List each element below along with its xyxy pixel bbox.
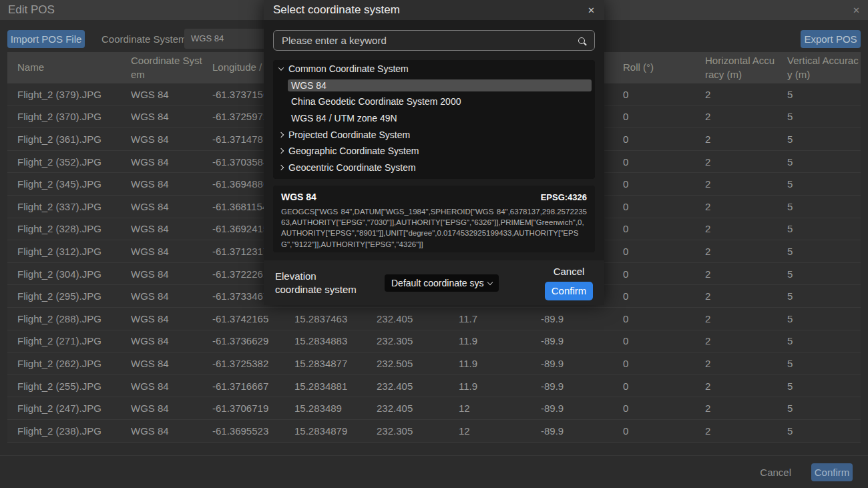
cell: WGS 84: [121, 201, 202, 212]
window-close-icon[interactable]: ✕: [853, 5, 860, 15]
cell: Flight_2 (304).JPG: [7, 268, 121, 280]
edit-pos-footer: Cancel Confirm: [0, 455, 868, 488]
table-row[interactable]: Flight_2 (288).JPGWGS 84-61.374216515.28…: [7, 308, 861, 330]
cell: Flight_2 (352).JPG: [7, 156, 121, 168]
cell: 11.9: [449, 381, 531, 392]
cell: 12: [449, 403, 531, 414]
cell: 2: [695, 223, 777, 234]
tree-group-geographic-coordinate-system[interactable]: Geographic Coordinate System: [273, 143, 595, 160]
tree-group-projected-coordinate-system[interactable]: Projected Coordinate System: [273, 126, 595, 143]
cell: 2: [695, 111, 777, 122]
coordinate-system-input[interactable]: WGS 84: [184, 29, 271, 49]
cell: 0: [613, 201, 695, 212]
cell: -89.9: [531, 403, 613, 414]
cell: 15.2834881: [284, 381, 367, 392]
cell: 5: [777, 403, 861, 414]
coordinate-detail-panel: WGS 84 EPSG:4326 GEOGCS["WGS 84",DATUM["…: [273, 186, 595, 252]
cell: WGS 84: [121, 268, 202, 280]
edit-pos-confirm-button[interactable]: Confirm: [811, 463, 853, 481]
tree-item-wgs-84-utm-zone-49n[interactable]: WGS 84 / UTM zone 49N: [273, 110, 595, 127]
chevron-down-icon: [487, 279, 493, 284]
cell: -89.9: [531, 313, 613, 324]
cell: Flight_2 (238).JPG: [7, 425, 121, 437]
cell: -89.9: [531, 425, 613, 437]
cell: 0: [613, 223, 695, 234]
cell: 0: [613, 178, 695, 190]
chevron-right-icon: [278, 165, 284, 170]
coordinate-system-tree: Common Coordinate SystemWGS 84China Geod…: [273, 60, 595, 179]
column-header: Roll (°): [613, 61, 695, 74]
cell: 15.283489: [284, 403, 367, 414]
chevron-down-icon: [278, 65, 284, 71]
cell: WGS 84: [121, 156, 202, 168]
cell: Flight_2 (271).JPG: [7, 335, 121, 346]
table-row[interactable]: Flight_2 (271).JPGWGS 84-61.373662915.28…: [7, 330, 861, 353]
dialog-close-icon[interactable]: ✕: [588, 5, 595, 15]
detail-wkt-text: GEOGCS["WGS 84",DATUM["WGS_1984",SPHEROI…: [281, 206, 587, 250]
cell: -89.9: [531, 381, 613, 392]
dialog-titlebar: Select coordinate system ✕: [264, 0, 604, 20]
table-row[interactable]: Flight_2 (255).JPGWGS 84-61.371666715.28…: [7, 375, 861, 398]
cell: 2: [695, 290, 777, 302]
tree-group-common-coordinate-system[interactable]: Common Coordinate System: [273, 61, 595, 77]
cell: 5: [777, 335, 861, 346]
cell: -61.3736629: [202, 335, 284, 346]
cell: 0: [613, 381, 695, 392]
cell: 5: [777, 134, 861, 145]
select-coordinate-system-dialog: Select coordinate system ✕ Common Coordi…: [264, 0, 604, 305]
cell: Flight_2 (295).JPG: [7, 290, 121, 302]
cell: 232.505: [367, 358, 449, 369]
dialog-confirm-button[interactable]: Confirm: [545, 282, 593, 300]
cell: WGS 84: [121, 381, 202, 392]
cell: 11.9: [449, 335, 531, 346]
cell: WGS 84: [121, 178, 202, 190]
cell: Flight_2 (255).JPG: [7, 381, 121, 392]
cell: 5: [777, 268, 861, 280]
cell: 0: [613, 425, 695, 437]
import-pos-file-button[interactable]: Import POS File: [7, 30, 85, 48]
cell: 0: [613, 156, 695, 168]
export-pos-button[interactable]: Export POS: [801, 30, 861, 48]
elevation-system-label: Elevation coordinate system: [275, 270, 363, 296]
coordinate-search-box[interactable]: [273, 30, 595, 51]
edit-pos-cancel-button[interactable]: Cancel: [760, 467, 791, 478]
table-row[interactable]: Flight_2 (238).JPGWGS 84-61.369552315.28…: [7, 420, 861, 443]
cell: -61.3695523: [202, 425, 284, 437]
dialog-cancel-button[interactable]: Cancel: [554, 266, 585, 277]
cell: 11.7: [449, 313, 531, 324]
cell: 2: [695, 156, 777, 168]
magnifier-icon[interactable]: [578, 37, 585, 44]
cell: 0: [613, 89, 695, 100]
cell: WGS 84: [121, 134, 202, 145]
cell: -89.9: [531, 358, 613, 369]
cell: 2: [695, 313, 777, 324]
tree-item-china-geodetic-coordinate-system-2000[interactable]: China Geodetic Coordinate System 2000: [273, 93, 595, 110]
tree-group-geocentric-coordinate-system[interactable]: Geocentric Coordinate System: [273, 159, 595, 176]
cell: 232.405: [367, 313, 449, 324]
tree-item-wgs-84[interactable]: WGS 84: [288, 79, 592, 91]
chevron-right-icon: [278, 148, 284, 154]
cell: 0: [613, 290, 695, 302]
table-row[interactable]: Flight_2 (262).JPGWGS 84-61.372538215.28…: [7, 352, 861, 375]
cell: 232.405: [367, 403, 449, 414]
cell: -61.3742165: [202, 313, 284, 324]
detail-coordinate-name: WGS 84: [281, 192, 316, 202]
cell: Flight_2 (328).JPG: [7, 223, 121, 234]
cell: Flight_2 (345).JPG: [7, 178, 121, 190]
cell: 5: [777, 290, 861, 302]
elevation-system-dropdown[interactable]: Default coordinate syst...: [385, 274, 499, 292]
cell: 232.305: [367, 425, 449, 437]
cell: WGS 84: [121, 313, 202, 324]
cell: 5: [777, 111, 861, 122]
cell: 0: [613, 358, 695, 369]
tree-group-label: Projected Coordinate System: [288, 130, 410, 140]
cell: 2: [695, 89, 777, 100]
cell: -61.3716667: [202, 381, 284, 392]
cell: 5: [777, 201, 861, 212]
table-row[interactable]: Flight_2 (247).JPGWGS 84-61.370671915.28…: [7, 397, 861, 420]
coordinate-search-input[interactable]: [282, 35, 578, 46]
cell: 232.405: [367, 381, 449, 392]
cell: WGS 84: [121, 358, 202, 369]
cell: 5: [777, 156, 861, 168]
coordinate-system-label: Coordinate System :: [101, 33, 192, 45]
